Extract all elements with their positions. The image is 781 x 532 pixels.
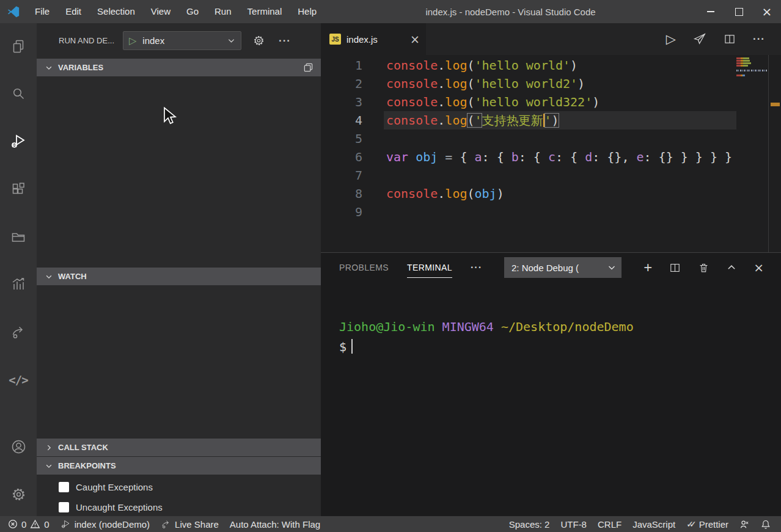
account-icon <box>10 439 27 455</box>
status-bar-left: 0 0 index (nodeDemo) Live Share Auto Att… <box>0 519 326 530</box>
minimap[interactable] <box>736 55 769 252</box>
indentation-status[interactable]: Spaces: 2 <box>504 519 556 530</box>
menu-file[interactable]: File <box>27 0 57 23</box>
run-and-debug-sidebar: RUN AND DE... ▷ index ··· VARIABLES WATC… <box>37 23 321 516</box>
kill-terminal-trash-icon[interactable] <box>698 262 710 274</box>
section-header-breakpoints[interactable]: BREAKPOINTS <box>37 457 321 475</box>
split-terminal-icon[interactable] <box>669 262 681 274</box>
watch-body[interactable] <box>37 285 321 438</box>
new-terminal-icon[interactable]: + <box>644 260 652 275</box>
menu-edit[interactable]: Edit <box>57 0 89 23</box>
checkbox[interactable] <box>59 502 69 512</box>
debug-settings-gear-icon[interactable] <box>252 34 265 47</box>
sidebar-title: RUN AND DE... <box>59 36 114 45</box>
sidebar-item-live-share[interactable] <box>4 318 33 347</box>
bell-icon <box>761 519 771 530</box>
eol-status[interactable]: CRLF <box>592 519 627 530</box>
line-number: 8 <box>321 184 384 203</box>
breakpoint-item[interactable]: Uncaught Exceptions <box>37 497 321 517</box>
checkbox[interactable] <box>59 482 69 492</box>
terminal-cursor <box>351 339 353 354</box>
manage-button[interactable] <box>4 479 33 509</box>
code-line-1: 1console.log('hello world') <box>321 56 736 75</box>
line-content: var obj = { a: { b: { c: { d: {}, e: {} … <box>384 148 736 166</box>
error-count: 0 <box>21 519 26 530</box>
maximize-panel-chevron-up-icon[interactable] <box>727 263 736 272</box>
variables-body[interactable] <box>37 76 321 267</box>
debug-target-status[interactable]: index (nodeDemo) <box>55 519 155 530</box>
encoding-status[interactable]: UTF-8 <box>555 519 592 530</box>
breakpoint-label: Caught Exceptions <box>76 482 153 492</box>
tab-terminal[interactable]: TERMINAL <box>407 253 452 282</box>
close-window-button[interactable]: × <box>753 0 781 23</box>
section-label: VARIABLES <box>58 63 103 72</box>
language-mode-status[interactable]: JavaScript <box>627 519 681 530</box>
panel-more-actions-icon[interactable]: ··· <box>471 262 482 273</box>
formatter-status[interactable]: ✓✓ Prettier <box>681 519 734 530</box>
terminal-select[interactable]: 2: Node Debug ( <box>504 257 622 278</box>
feedback-button[interactable] <box>734 519 755 530</box>
menu-terminal[interactable]: Terminal <box>240 0 290 23</box>
menu-help[interactable]: Help <box>290 0 324 23</box>
sidebar-item-extensions[interactable] <box>4 175 33 204</box>
run-file-icon[interactable]: ▷ <box>666 32 676 46</box>
code-lines: 1console.log('hello world')2console.log(… <box>321 55 781 252</box>
menu-view[interactable]: View <box>143 0 178 23</box>
menu-go[interactable]: Go <box>178 0 207 23</box>
terminal-output[interactable]: Jioho@Jio-win MINGW64 ~/Desktop/nodeDemo… <box>321 282 781 516</box>
menu-selection[interactable]: Selection <box>89 0 143 23</box>
window-title: index.js - nodeDemo - Visual Studio Code <box>324 7 697 17</box>
live-share-label: Live Share <box>175 519 219 530</box>
terminal-select-value: 2: Node Debug ( <box>512 263 607 273</box>
launch-config-select[interactable]: ▷ index <box>123 31 241 50</box>
section-label: BREAKPOINTS <box>58 461 116 470</box>
notifications-button[interactable] <box>755 519 776 530</box>
breakpoint-label: Uncaught Exceptions <box>76 502 163 512</box>
search-icon <box>10 86 26 102</box>
close-panel-icon[interactable]: × <box>754 260 764 275</box>
tab-index-js[interactable]: JS index.js × <box>321 23 426 55</box>
sidebar-item-remote-explorer[interactable] <box>4 222 33 252</box>
maximize-button[interactable] <box>725 0 753 23</box>
section-header-watch[interactable]: WATCH <box>37 268 321 285</box>
live-share-icon <box>10 324 26 340</box>
line-number: 1 <box>321 56 384 75</box>
code-editor[interactable]: 1console.log('hello world')2console.log(… <box>321 55 781 252</box>
start-debug-icon[interactable]: ▷ <box>129 35 136 46</box>
live-share-status[interactable]: Live Share <box>155 519 224 530</box>
auto-attach-status[interactable]: Auto Attach: With Flag <box>224 519 326 530</box>
debug-play-bug-icon <box>10 133 27 150</box>
sidebar-item-search[interactable] <box>4 79 33 109</box>
line-content: console.log('支持热更新') <box>384 111 736 129</box>
overview-ruler[interactable] <box>768 55 781 252</box>
menu-bar: FileEditSelectionViewGoRunTerminalHelp <box>27 0 324 23</box>
editor-actions: ▷ ··· <box>666 23 781 55</box>
status-bar-right: Spaces: 2 UTF-8 CRLF JavaScript ✓✓ Prett… <box>504 519 781 530</box>
problems-status[interactable]: 0 0 <box>2 519 55 530</box>
debug-status-icon <box>61 519 71 530</box>
tab-problems[interactable]: PROBLEMS <box>339 253 389 282</box>
account-button[interactable] <box>4 432 33 461</box>
menu-run[interactable]: Run <box>207 0 240 23</box>
line-content: console.log('hello world2') <box>384 75 736 93</box>
auto-attach-label: Auto Attach: With Flag <box>230 519 320 530</box>
copy-value-icon[interactable] <box>303 62 314 73</box>
views-more-actions-icon[interactable]: ··· <box>279 35 291 47</box>
send-share-icon[interactable] <box>693 32 706 46</box>
code-line-4: 4console.log('支持热更新') <box>321 111 736 129</box>
sidebar-item-insights[interactable] <box>4 270 33 299</box>
editor-more-actions-icon[interactable]: ··· <box>753 33 765 45</box>
minimize-button[interactable] <box>697 0 725 23</box>
split-editor-icon[interactable] <box>724 33 736 45</box>
tab-close-icon[interactable]: × <box>410 32 420 46</box>
line-content <box>384 129 736 148</box>
breakpoint-item[interactable]: Caught Exceptions <box>37 477 321 497</box>
line-content <box>384 166 736 184</box>
section-header-variables[interactable]: VARIABLES <box>37 59 321 76</box>
section-label: WATCH <box>58 272 87 281</box>
sidebar-item-explorer[interactable] <box>4 32 33 61</box>
sidebar-item-snippets[interactable]: </> <box>4 365 33 395</box>
tab-label: index.js <box>346 34 405 45</box>
sidebar-item-run-and-debug[interactable] <box>4 127 33 156</box>
section-header-call-stack[interactable]: CALL STACK <box>37 439 321 456</box>
